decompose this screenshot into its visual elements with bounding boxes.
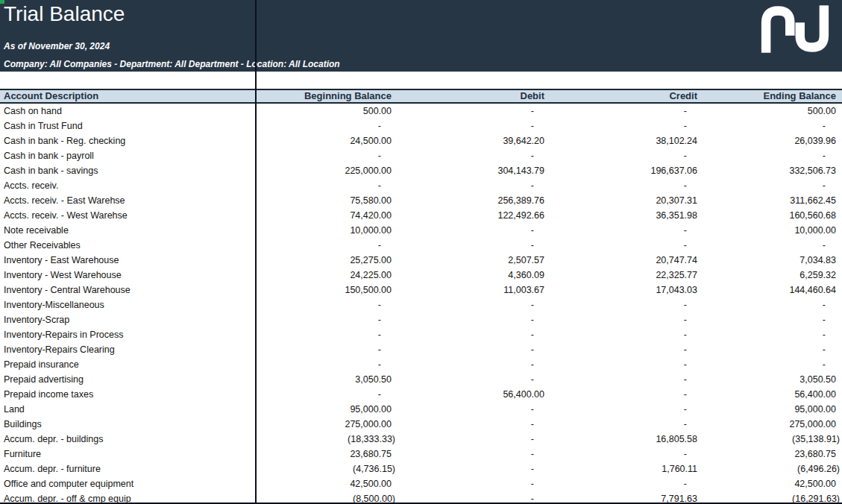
credit-cell: - [550, 223, 703, 238]
credit-cell: - [550, 148, 703, 163]
table-row: Accts. receiv. - West Warehse 74,420.00 … [0, 208, 842, 223]
account-description-cell: Inventory-Miscellaneous [0, 297, 256, 312]
table-row: Inventory - West Warehouse 24,225.00 4,3… [0, 268, 842, 283]
credit-cell: - [550, 342, 703, 357]
beginning-balance-cell: (4,736.15) [256, 462, 398, 476]
table-row: Other Receivables - - - - [0, 238, 842, 253]
credit-cell: - [550, 387, 703, 402]
account-description-cell: Other Receivables [0, 238, 256, 253]
credit-cell: - [550, 119, 703, 133]
report-filters: Company: All Companies - Department: All… [4, 59, 340, 69]
table-row: Inventory-Repairs in Process - - - - [0, 327, 842, 342]
beginning-balance-cell: 74,420.00 [256, 208, 398, 223]
account-description-cell: Prepaid income taxes [0, 387, 256, 402]
debit-cell: - [398, 432, 550, 447]
table-row: Cash on hand 500.00 - - 500.00 [0, 104, 842, 119]
account-description-cell: Cash in Trust Fund [0, 119, 256, 133]
account-description-cell: Inventory-Scrap [0, 312, 256, 327]
ending-balance-cell: 6,259.32 [703, 268, 842, 283]
ending-balance-cell: - [703, 178, 842, 193]
ending-balance-cell: 3,050.50 [703, 372, 842, 387]
table-row: Inventory-Repairs Clearing - - - - [0, 342, 842, 357]
account-description-cell: Furniture [0, 447, 256, 462]
beginning-balance-cell: - [256, 297, 398, 312]
beginning-balance-cell: 24,225.00 [256, 268, 398, 283]
table-row: Note receivable 10,000.00 - - 10,000.00 [0, 223, 842, 238]
ending-balance-cell: - [703, 297, 842, 312]
ending-balance-cell: - [703, 238, 842, 253]
beginning-balance-cell: - [256, 148, 398, 163]
column-header-credit: Credit [550, 90, 703, 102]
debit-cell: 11,003.67 [398, 283, 550, 297]
ending-balance-cell: 95,000.00 [703, 402, 842, 417]
debit-cell: - [398, 447, 550, 462]
credit-cell: - [550, 297, 703, 312]
ending-balance-cell: 10,000.00 [703, 223, 842, 238]
report-banner: Trial Balance As of November 30, 2024 Co… [0, 0, 842, 72]
beginning-balance-cell: - [256, 119, 398, 133]
beginning-balance-cell: 25,275.00 [256, 253, 398, 268]
beginning-balance-cell: 95,000.00 [256, 402, 398, 417]
credit-cell: - [550, 402, 703, 417]
credit-cell: 20,747.74 [550, 253, 703, 268]
debit-cell: 256,389.76 [398, 193, 550, 208]
page-title: Trial Balance [4, 2, 125, 26]
beginning-balance-cell: 75,580.00 [256, 193, 398, 208]
as-of-date: As of November 30, 2024 [4, 41, 110, 51]
account-description-cell: Prepaid insurance [0, 357, 256, 372]
debit-cell: 304,143.79 [398, 163, 550, 178]
credit-cell: 1,760.11 [550, 462, 703, 476]
account-description-cell: Note receivable [0, 223, 256, 238]
debit-cell: - [398, 178, 550, 193]
credit-cell: 38,102.24 [550, 133, 703, 148]
beginning-balance-cell: 23,680.75 [256, 447, 398, 462]
table-row: Prepaid income taxes - 56,400.00 - 56,40… [0, 387, 842, 402]
ending-balance-cell: 144,460.64 [703, 283, 842, 297]
beginning-balance-cell: - [256, 387, 398, 402]
beginning-balance-cell: 150,500.00 [256, 283, 398, 297]
beginning-balance-cell: - [256, 178, 398, 193]
account-description-cell: Cash on hand [0, 104, 256, 119]
ending-balance-cell: - [703, 327, 842, 342]
table-row: Accts. receiv. - - - - [0, 178, 842, 193]
credit-cell: 36,351.98 [550, 208, 703, 223]
table-row: Cash in bank - Reg. checking 24,500.00 3… [0, 133, 842, 148]
beginning-balance-cell: 10,000.00 [256, 223, 398, 238]
beginning-balance-cell: 42,500.00 [256, 476, 398, 491]
column-header-account-description: Account Description [0, 90, 256, 102]
beginning-balance-cell: 24,500.00 [256, 133, 398, 148]
account-description-cell: Inventory - Central Warehouse [0, 283, 256, 297]
beginning-balance-cell: - [256, 357, 398, 372]
ending-balance-cell: - [703, 342, 842, 357]
table-row: Prepaid advertising 3,050.50 - - 3,050.5… [0, 372, 842, 387]
ending-balance-cell: 311,662.45 [703, 193, 842, 208]
account-description-cell: Cash in bank - Reg. checking [0, 133, 256, 148]
ending-balance-cell: - [703, 312, 842, 327]
table-row: Accum. depr. - furniture (4,736.15) - 1,… [0, 462, 842, 476]
account-description-cell: Inventory - West Warehouse [0, 268, 256, 283]
credit-cell: - [550, 357, 703, 372]
beginning-balance-cell: - [256, 327, 398, 342]
table-row: Inventory - East Warehouse 25,275.00 2,5… [0, 253, 842, 268]
ending-balance-cell: - [703, 357, 842, 372]
debit-cell: 39,642.20 [398, 133, 550, 148]
credit-cell: 16,805.58 [550, 432, 703, 447]
debit-cell: 2,507.57 [398, 253, 550, 268]
beginning-balance-cell: - [256, 342, 398, 357]
column-header-debit: Debit [398, 90, 550, 102]
ending-balance-cell: (6,496.26) [703, 462, 842, 476]
debit-cell: - [398, 119, 550, 133]
account-description-cell: Land [0, 402, 256, 417]
table-row: Inventory-Scrap - - - - [0, 312, 842, 327]
ending-balance-cell: (35,138.91) [703, 432, 842, 447]
table-row: Furniture 23,680.75 - - 23,680.75 [0, 447, 842, 462]
debit-cell: - [398, 342, 550, 357]
table-header-row: Account Description Beginning Balance De… [0, 89, 842, 104]
table-row: Accum. depr. - buildings (18,333.33) - 1… [0, 432, 842, 447]
beginning-balance-cell: - [256, 312, 398, 327]
credit-cell: - [550, 447, 703, 462]
debit-cell: - [398, 104, 550, 119]
debit-cell: - [398, 402, 550, 417]
table-row: Land 95,000.00 - - 95,000.00 [0, 402, 842, 417]
table-row: Cash in bank - payroll - - - - [0, 148, 842, 163]
